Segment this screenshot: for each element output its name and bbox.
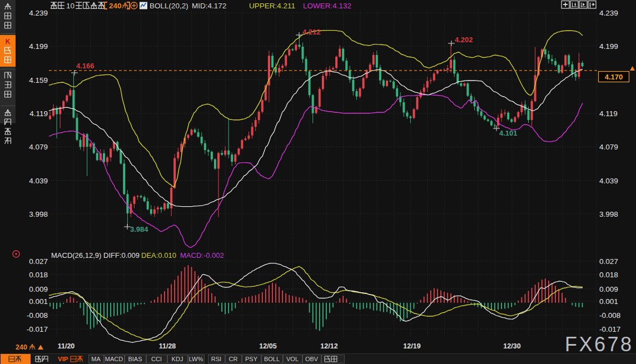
svg-text:RSI: RSI <box>211 356 221 362</box>
svg-text:10: 10 <box>66 2 74 10</box>
svg-text:CR: CR <box>229 356 238 362</box>
svg-text:KDJ: KDJ <box>172 356 183 362</box>
svg-text:BIAS: BIAS <box>128 356 142 362</box>
svg-text:K: K <box>6 38 11 46</box>
svg-text:BOLL: BOLL <box>264 356 280 362</box>
svg-text:LOWER:4.132: LOWER:4.132 <box>303 2 351 10</box>
svg-text:MA: MA <box>91 356 101 362</box>
svg-text:BOLL(20,2): BOLL(20,2) <box>150 2 188 10</box>
svg-text:PSY: PSY <box>245 356 258 362</box>
svg-text:240: 240 <box>16 343 27 351</box>
svg-text:LW%: LW% <box>189 356 203 362</box>
svg-text:CCI: CCI <box>151 356 162 362</box>
svg-text:OBV: OBV <box>305 356 319 362</box>
svg-text:240: 240 <box>109 2 122 10</box>
svg-text:VIP: VIP <box>58 356 68 362</box>
svg-text:VOL: VOL <box>286 356 299 362</box>
svg-text:MACD: MACD <box>105 356 123 362</box>
svg-text:MID:4.172: MID:4.172 <box>192 2 226 10</box>
svg-text:UPPER:4.211: UPPER:4.211 <box>249 2 295 10</box>
